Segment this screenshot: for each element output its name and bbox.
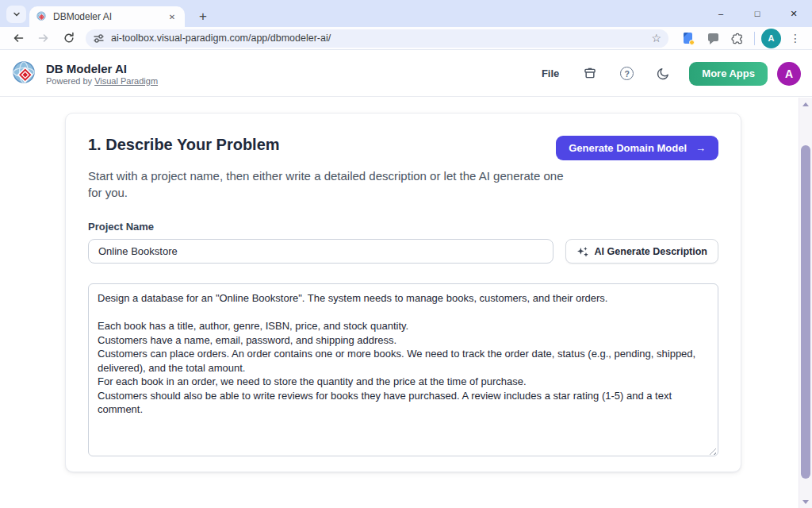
project-name-label: Project Name [88,221,718,233]
visual-paradigm-logo [11,60,38,87]
page-content: 1. Describe Your Problem Generate Domain… [0,98,812,508]
window-minimize-icon[interactable]: – [703,0,739,27]
ai-generate-label: AI Generate Description [595,246,707,257]
forward-button[interactable] [33,28,54,48]
window-controls: – □ ✕ [703,0,812,27]
chat-extension-button[interactable] [703,28,723,48]
scrollbar-thumb[interactable] [801,145,810,479]
blue-page-icon [684,33,694,44]
extensions-button[interactable] [727,28,748,48]
site-favicon [36,11,47,22]
generate-domain-model-button[interactable]: Generate Domain Model → [556,136,718,160]
browser-profile-avatar[interactable]: A [761,29,781,48]
save-project-button[interactable] [583,67,597,81]
scrollbar-up-icon [802,102,809,106]
archive-box-icon [583,67,597,81]
dark-mode-toggle[interactable] [657,67,670,80]
kebab-menu-icon: ⋮ [790,32,801,44]
file-menu[interactable]: File [542,67,559,79]
toolbar-separator [754,32,755,45]
section-subtitle: Start with a project name, then either w… [88,167,564,201]
browser-menu-button[interactable]: ⋮ [785,28,806,48]
new-tab-button[interactable]: + [193,6,213,27]
app-name: DB Modeler AI [46,62,158,76]
scrollbar-down-icon [802,500,809,504]
help-icon: ? [620,67,634,80]
visual-paradigm-link[interactable]: Visual Paradigm [94,76,158,86]
browser-titlebar: DBModeler AI ✕ + – □ ✕ [0,0,812,27]
scrollbar-down-button[interactable] [799,495,812,508]
more-apps-button[interactable]: More Apps [689,62,768,86]
help-button[interactable]: ? [620,67,634,80]
puzzle-piece-icon [731,32,745,45]
ai-generate-description-button[interactable]: AI Generate Description [565,239,718,264]
window-maximize-icon[interactable]: □ [739,0,776,27]
browser-tab[interactable]: DBModeler AI ✕ [29,6,185,27]
scrollbar-up-button[interactable] [799,98,812,110]
sparkles-icon [576,246,588,257]
powered-by: Powered by Visual Paradigm [46,76,158,86]
project-name-input[interactable] [88,239,553,264]
site-info-icon[interactable] [93,33,105,44]
app-title-block: DB Modeler AI Powered by Visual Paradigm [46,62,158,86]
forward-arrow-icon [37,32,50,44]
window-close-icon[interactable]: ✕ [776,0,812,27]
app-header: DB Modeler AI Powered by Visual Paradigm… [0,51,812,97]
chat-bubble-icon [708,33,718,44]
generate-button-label: Generate Domain Model [569,142,687,154]
back-button[interactable] [8,28,29,48]
tab-title: DBModeler AI [53,11,166,22]
url-text[interactable]: ai-toolbox.visual-paradigm.com/app/dbmod… [111,33,651,44]
arrow-right-icon: → [695,142,706,154]
section-title: 1. Describe Your Problem [88,136,280,154]
back-arrow-icon [12,32,25,44]
describe-problem-card: 1. Describe Your Problem Generate Domain… [65,113,741,472]
tab-search-button[interactable] [6,6,26,23]
extension-shortcut-button[interactable] [678,28,699,48]
address-bar[interactable]: ai-toolbox.visual-paradigm.com/app/dbmod… [86,29,668,48]
tab-close-icon[interactable]: ✕ [166,10,178,23]
moon-icon [657,67,670,80]
chevron-down-icon [12,10,21,19]
refresh-button[interactable] [59,28,79,48]
refresh-icon [63,32,75,44]
browser-toolbar: ai-toolbox.visual-paradigm.com/app/dbmod… [0,27,812,50]
bookmark-star-icon[interactable]: ☆ [651,33,661,44]
project-description-textarea[interactable]: Design a database for an "Online Booksto… [88,283,718,456]
page-scrollbar[interactable] [799,98,812,508]
user-avatar[interactable]: A [777,62,801,86]
